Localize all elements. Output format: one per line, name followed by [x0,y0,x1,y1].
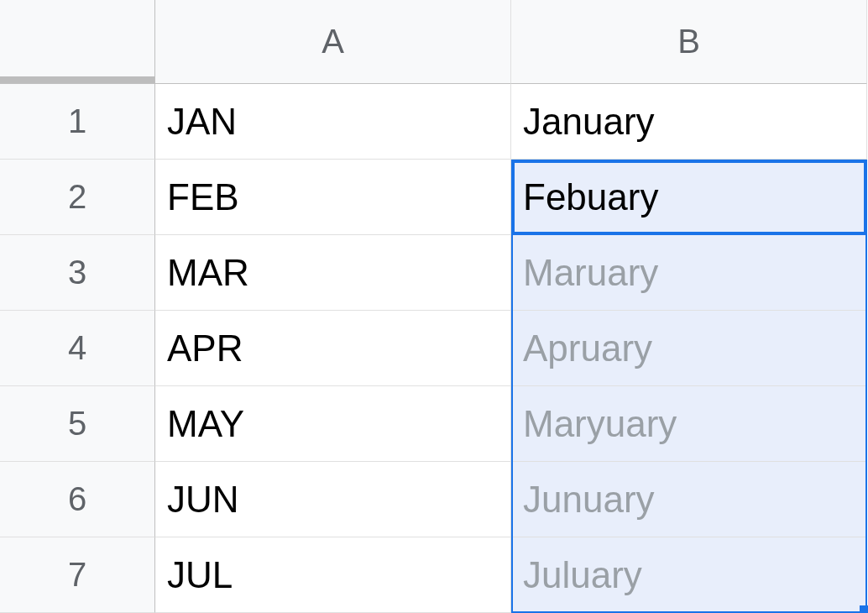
column-header-A[interactable]: A [155,0,511,84]
row-header-7[interactable]: 7 [0,537,155,613]
cell-B5[interactable]: Maryuary [511,386,867,462]
select-all-corner[interactable] [0,0,155,84]
cell-B7[interactable]: Juluary [511,537,867,613]
row-header-6[interactable]: 6 [0,462,155,537]
cell-A5[interactable]: MAY [155,386,511,462]
cell-B2[interactable]: Febuary [511,160,867,235]
row-header-1[interactable]: 1 [0,84,155,160]
cell-B6[interactable]: Junuary [511,462,867,537]
spreadsheet-grid[interactable]: A B 1 JAN January 2 FEB Febuary 3 MAR Ma… [0,0,868,613]
row-header-4[interactable]: 4 [0,311,155,386]
row-header-2[interactable]: 2 [0,160,155,235]
cell-A7[interactable]: JUL [155,537,511,613]
cell-A3[interactable]: MAR [155,235,511,311]
cell-A4[interactable]: APR [155,311,511,386]
row-header-5[interactable]: 5 [0,386,155,462]
cell-B4[interactable]: Apruary [511,311,867,386]
cell-A1[interactable]: JAN [155,84,511,160]
cell-B1[interactable]: January [511,84,867,160]
cell-A2[interactable]: FEB [155,160,511,235]
column-header-B[interactable]: B [511,0,867,84]
row-header-3[interactable]: 3 [0,235,155,311]
cell-A6[interactable]: JUN [155,462,511,537]
cell-B3[interactable]: Maruary [511,235,867,311]
